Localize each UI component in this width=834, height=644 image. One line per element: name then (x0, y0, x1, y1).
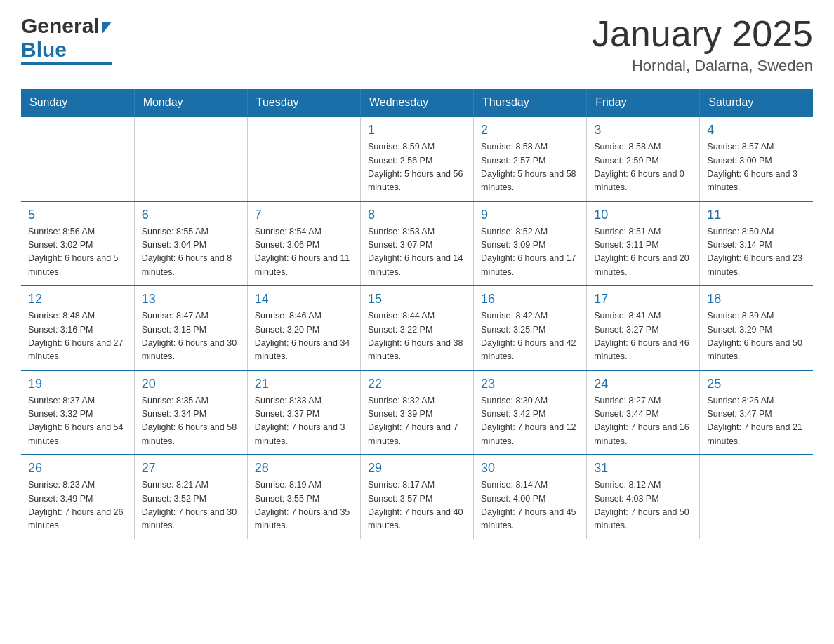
day-info: Sunrise: 8:42 AM Sunset: 3:25 PM Dayligh… (481, 309, 579, 364)
day-number: 6 (142, 208, 240, 222)
day-info: Sunrise: 8:30 AM Sunset: 3:42 PM Dayligh… (481, 394, 579, 449)
calendar-day-18: 18Sunrise: 8:39 AM Sunset: 3:29 PM Dayli… (700, 286, 813, 370)
day-info: Sunrise: 8:53 AM Sunset: 3:07 PM Dayligh… (368, 225, 466, 280)
day-number: 14 (255, 292, 353, 307)
day-info: Sunrise: 8:41 AM Sunset: 3:27 PM Dayligh… (594, 309, 692, 364)
day-number: 28 (255, 461, 353, 476)
calendar-day-10: 10Sunrise: 8:51 AM Sunset: 3:11 PM Dayli… (587, 201, 700, 286)
day-info: Sunrise: 8:35 AM Sunset: 3:34 PM Dayligh… (142, 394, 240, 449)
day-info: Sunrise: 8:58 AM Sunset: 2:59 PM Dayligh… (594, 140, 692, 195)
day-info: Sunrise: 8:23 AM Sunset: 3:49 PM Dayligh… (28, 478, 127, 533)
calendar-day-28: 28Sunrise: 8:19 AM Sunset: 3:55 PM Dayli… (247, 455, 360, 539)
calendar-table: SundayMondayTuesdayWednesdayThursdayFrid… (21, 89, 813, 539)
day-number: 5 (28, 208, 127, 222)
day-number: 16 (481, 292, 579, 307)
calendar-week-row: 26Sunrise: 8:23 AM Sunset: 3:49 PM Dayli… (21, 455, 813, 539)
empty-cell (700, 455, 813, 539)
header-tuesday: Tuesday (247, 89, 360, 116)
day-info: Sunrise: 8:12 AM Sunset: 4:03 PM Dayligh… (594, 478, 692, 533)
day-number: 1 (368, 123, 466, 137)
day-number: 7 (255, 208, 353, 222)
day-info: Sunrise: 8:44 AM Sunset: 3:22 PM Dayligh… (368, 309, 466, 364)
day-info: Sunrise: 8:51 AM Sunset: 3:11 PM Dayligh… (594, 225, 692, 280)
empty-cell (134, 116, 247, 201)
calendar-day-16: 16Sunrise: 8:42 AM Sunset: 3:25 PM Dayli… (474, 286, 587, 370)
calendar-day-19: 19Sunrise: 8:37 AM Sunset: 3:32 PM Dayli… (21, 370, 134, 455)
day-number: 27 (142, 461, 240, 476)
header-thursday: Thursday (474, 89, 587, 116)
day-number: 29 (368, 461, 466, 476)
day-info: Sunrise: 8:47 AM Sunset: 3:18 PM Dayligh… (142, 309, 240, 364)
day-number: 10 (594, 208, 692, 222)
day-info: Sunrise: 8:48 AM Sunset: 3:16 PM Dayligh… (28, 309, 127, 364)
day-info: Sunrise: 8:19 AM Sunset: 3:55 PM Dayligh… (255, 478, 353, 533)
calendar-day-7: 7Sunrise: 8:54 AM Sunset: 3:06 PM Daylig… (247, 201, 360, 286)
title-section: January 2025 Horndal, Dalarna, Sweden (592, 14, 813, 75)
calendar-day-9: 9Sunrise: 8:52 AM Sunset: 3:09 PM Daylig… (474, 201, 587, 286)
day-info: Sunrise: 8:54 AM Sunset: 3:06 PM Dayligh… (255, 225, 353, 280)
day-number: 2 (481, 123, 579, 137)
calendar-week-row: 12Sunrise: 8:48 AM Sunset: 3:16 PM Dayli… (21, 286, 813, 370)
day-info: Sunrise: 8:17 AM Sunset: 3:57 PM Dayligh… (368, 478, 466, 533)
day-info: Sunrise: 8:55 AM Sunset: 3:04 PM Dayligh… (142, 225, 240, 280)
day-number: 15 (368, 292, 466, 307)
calendar-day-8: 8Sunrise: 8:53 AM Sunset: 3:07 PM Daylig… (360, 201, 473, 286)
header-friday: Friday (587, 89, 700, 116)
calendar-week-row: 5Sunrise: 8:56 AM Sunset: 3:02 PM Daylig… (21, 201, 813, 286)
day-info: Sunrise: 8:33 AM Sunset: 3:37 PM Dayligh… (255, 394, 353, 449)
day-number: 30 (481, 461, 579, 476)
calendar-day-2: 2Sunrise: 8:58 AM Sunset: 2:57 PM Daylig… (474, 116, 587, 201)
empty-cell (21, 116, 134, 201)
day-number: 8 (368, 208, 466, 222)
day-info: Sunrise: 8:39 AM Sunset: 3:29 PM Dayligh… (707, 309, 806, 364)
day-number: 13 (142, 292, 240, 307)
page-header: General Blue January 2025 Horndal, Dalar… (21, 14, 813, 75)
calendar-week-row: 19Sunrise: 8:37 AM Sunset: 3:32 PM Dayli… (21, 370, 813, 455)
day-number: 31 (594, 461, 692, 476)
calendar-day-5: 5Sunrise: 8:56 AM Sunset: 3:02 PM Daylig… (21, 201, 134, 286)
calendar-week-row: 1Sunrise: 8:59 AM Sunset: 2:56 PM Daylig… (21, 116, 813, 201)
day-number: 25 (707, 377, 806, 391)
calendar-day-26: 26Sunrise: 8:23 AM Sunset: 3:49 PM Dayli… (21, 455, 134, 539)
day-number: 24 (594, 377, 692, 391)
calendar-day-29: 29Sunrise: 8:17 AM Sunset: 3:57 PM Dayli… (360, 455, 473, 539)
day-number: 22 (368, 377, 466, 391)
calendar-day-27: 27Sunrise: 8:21 AM Sunset: 3:52 PM Dayli… (134, 455, 247, 539)
calendar-day-24: 24Sunrise: 8:27 AM Sunset: 3:44 PM Dayli… (587, 370, 700, 455)
calendar-day-12: 12Sunrise: 8:48 AM Sunset: 3:16 PM Dayli… (21, 286, 134, 370)
calendar-day-3: 3Sunrise: 8:58 AM Sunset: 2:59 PM Daylig… (587, 116, 700, 201)
calendar-day-1: 1Sunrise: 8:59 AM Sunset: 2:56 PM Daylig… (360, 116, 473, 201)
calendar-day-20: 20Sunrise: 8:35 AM Sunset: 3:34 PM Dayli… (134, 370, 247, 455)
header-sunday: Sunday (21, 89, 134, 116)
day-info: Sunrise: 8:58 AM Sunset: 2:57 PM Dayligh… (481, 140, 579, 195)
day-info: Sunrise: 8:25 AM Sunset: 3:47 PM Dayligh… (707, 394, 806, 449)
header-monday: Monday (134, 89, 247, 116)
day-info: Sunrise: 8:57 AM Sunset: 3:00 PM Dayligh… (707, 140, 806, 195)
day-info: Sunrise: 8:59 AM Sunset: 2:56 PM Dayligh… (368, 140, 466, 195)
calendar-day-15: 15Sunrise: 8:44 AM Sunset: 3:22 PM Dayli… (360, 286, 473, 370)
day-number: 23 (481, 377, 579, 391)
day-number: 18 (707, 292, 806, 307)
calendar-title: January 2025 (592, 14, 813, 54)
logo-blue-text: Blue (21, 38, 67, 62)
day-number: 17 (594, 292, 692, 307)
day-info: Sunrise: 8:37 AM Sunset: 3:32 PM Dayligh… (28, 394, 127, 449)
calendar-day-6: 6Sunrise: 8:55 AM Sunset: 3:04 PM Daylig… (134, 201, 247, 286)
day-info: Sunrise: 8:32 AM Sunset: 3:39 PM Dayligh… (368, 394, 466, 449)
calendar-day-23: 23Sunrise: 8:30 AM Sunset: 3:42 PM Dayli… (474, 370, 587, 455)
calendar-subtitle: Horndal, Dalarna, Sweden (592, 57, 813, 75)
calendar-day-11: 11Sunrise: 8:50 AM Sunset: 3:14 PM Dayli… (700, 201, 813, 286)
day-number: 11 (707, 208, 806, 222)
logo-underline (21, 62, 112, 65)
calendar-day-14: 14Sunrise: 8:46 AM Sunset: 3:20 PM Dayli… (247, 286, 360, 370)
day-number: 20 (142, 377, 240, 391)
calendar-day-22: 22Sunrise: 8:32 AM Sunset: 3:39 PM Dayli… (360, 370, 473, 455)
logo-arrow-icon (102, 22, 112, 34)
day-number: 9 (481, 208, 579, 222)
day-info: Sunrise: 8:14 AM Sunset: 4:00 PM Dayligh… (481, 478, 579, 533)
calendar-day-30: 30Sunrise: 8:14 AM Sunset: 4:00 PM Dayli… (474, 455, 587, 539)
day-info: Sunrise: 8:50 AM Sunset: 3:14 PM Dayligh… (707, 225, 806, 280)
calendar-day-4: 4Sunrise: 8:57 AM Sunset: 3:00 PM Daylig… (700, 116, 813, 201)
day-number: 12 (28, 292, 127, 307)
header-wednesday: Wednesday (360, 89, 473, 116)
